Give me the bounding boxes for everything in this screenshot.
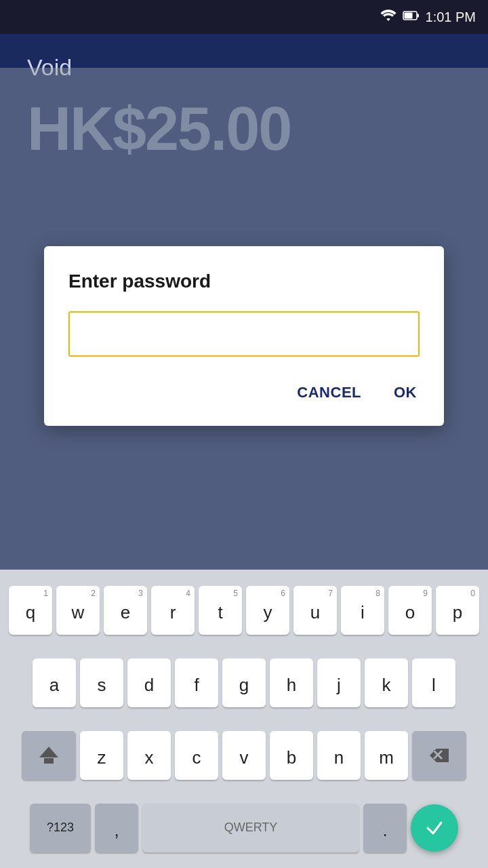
keyboard-row-3: z x c v b n m bbox=[0, 719, 488, 791]
backspace-icon bbox=[428, 747, 450, 764]
dialog-title: Enter password bbox=[68, 271, 420, 292]
key-g[interactable]: g bbox=[222, 658, 266, 707]
done-key[interactable] bbox=[411, 804, 458, 852]
password-dialog: Enter password CANCEL OK bbox=[44, 246, 444, 426]
key-e[interactable]: 3e bbox=[104, 586, 147, 635]
app-background: Void HK$25.00 Enter password CANCEL OK bbox=[0, 34, 488, 570]
key-q[interactable]: 1q bbox=[9, 586, 52, 635]
key-z[interactable]: z bbox=[80, 731, 123, 780]
key-b[interactable]: b bbox=[270, 731, 313, 780]
key-m[interactable]: m bbox=[365, 731, 408, 780]
backspace-key[interactable] bbox=[412, 731, 466, 780]
key-r[interactable]: 4r bbox=[151, 586, 195, 635]
cancel-button[interactable]: CANCEL bbox=[294, 378, 364, 407]
wifi-icon bbox=[380, 9, 397, 25]
keyboard-row-4: ?123 , QWERTY . bbox=[0, 791, 488, 864]
svg-rect-2 bbox=[404, 13, 412, 19]
space-key[interactable]: QWERTY bbox=[142, 804, 359, 852]
ok-button[interactable]: OK bbox=[391, 378, 420, 407]
key-v[interactable]: v bbox=[222, 731, 266, 780]
key-s[interactable]: s bbox=[80, 658, 123, 707]
comma-key[interactable]: , bbox=[95, 804, 138, 852]
key-n[interactable]: n bbox=[317, 731, 361, 780]
status-bar: 1:01 PM bbox=[0, 0, 488, 34]
dialog-overlay: Enter password CANCEL OK bbox=[0, 68, 488, 604]
key-h[interactable]: h bbox=[270, 658, 313, 707]
key-u[interactable]: 7u bbox=[293, 586, 337, 635]
key-y[interactable]: 6y bbox=[246, 586, 289, 635]
key-x[interactable]: x bbox=[127, 731, 171, 780]
symbol-key[interactable]: ?123 bbox=[30, 804, 91, 852]
keyboard-row-2: a s d f g h j k l bbox=[0, 646, 488, 719]
key-a[interactable]: a bbox=[33, 658, 76, 707]
key-p[interactable]: 0p bbox=[436, 586, 479, 635]
period-key[interactable]: . bbox=[363, 804, 407, 852]
svg-rect-1 bbox=[417, 14, 419, 18]
keyboard-row-1: 1q 2w 3e 4r 5t 6y 7u 8i 9o 0p bbox=[0, 574, 488, 646]
status-icons: 1:01 PM bbox=[380, 9, 476, 25]
keyboard: 1q 2w 3e 4r 5t 6y 7u 8i 9o 0p a s d f g … bbox=[0, 570, 488, 868]
shift-icon bbox=[39, 747, 58, 764]
key-t[interactable]: 5t bbox=[199, 586, 242, 635]
key-d[interactable]: d bbox=[127, 658, 171, 707]
key-f[interactable]: f bbox=[175, 658, 218, 707]
key-i[interactable]: 8i bbox=[341, 586, 384, 635]
dialog-actions: CANCEL OK bbox=[68, 378, 420, 407]
key-w[interactable]: 2w bbox=[56, 586, 100, 635]
key-l[interactable]: l bbox=[412, 658, 455, 707]
password-input[interactable] bbox=[68, 311, 420, 357]
key-c[interactable]: c bbox=[175, 731, 218, 780]
status-time: 1:01 PM bbox=[426, 9, 476, 25]
key-j[interactable]: j bbox=[317, 658, 361, 707]
shift-key[interactable] bbox=[22, 731, 76, 780]
checkmark-icon bbox=[424, 817, 445, 839]
battery-icon bbox=[403, 9, 420, 25]
key-o[interactable]: 9o bbox=[388, 586, 432, 635]
key-k[interactable]: k bbox=[365, 658, 408, 707]
